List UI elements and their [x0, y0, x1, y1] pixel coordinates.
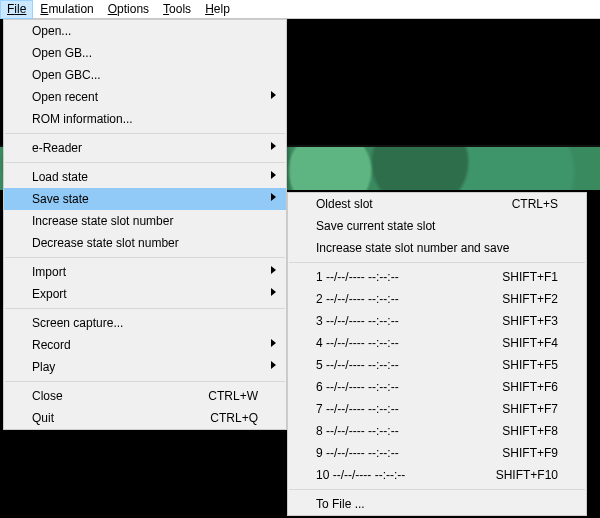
save-slot-7[interactable]: 7 --/--/---- --:--:--SHIFT+F7	[288, 398, 586, 420]
separator	[5, 162, 285, 163]
separator	[289, 262, 585, 263]
file-open-gb[interactable]: Open GB...	[4, 42, 286, 64]
save-slot-1[interactable]: 1 --/--/---- --:--:--SHIFT+F1	[288, 266, 586, 288]
separator	[5, 133, 285, 134]
chevron-right-icon	[271, 171, 276, 179]
slot-label: 7 --/--/---- --:--:--	[316, 402, 486, 416]
slot-shortcut: SHIFT+F1	[502, 270, 558, 284]
save-slot-5[interactable]: 5 --/--/---- --:--:--SHIFT+F5	[288, 354, 586, 376]
slot-label: 4 --/--/---- --:--:--	[316, 336, 486, 350]
slot-label: 10 --/--/---- --:--:--	[316, 468, 480, 482]
separator	[5, 381, 285, 382]
slot-label: 8 --/--/---- --:--:--	[316, 424, 486, 438]
file-open-gbc[interactable]: Open GBC...	[4, 64, 286, 86]
slot-label: 2 --/--/---- --:--:--	[316, 292, 486, 306]
slot-shortcut: SHIFT+F4	[502, 336, 558, 350]
separator	[289, 489, 585, 490]
slot-label: 3 --/--/---- --:--:--	[316, 314, 486, 328]
menu-options[interactable]: Options	[101, 0, 156, 19]
file-decrease-slot[interactable]: Decrease state slot number	[4, 232, 286, 254]
chevron-right-icon	[271, 91, 276, 99]
file-record[interactable]: Record	[4, 334, 286, 356]
save-slot-2[interactable]: 2 --/--/---- --:--:--SHIFT+F2	[288, 288, 586, 310]
file-save-state[interactable]: Save state	[4, 188, 286, 210]
menu-help[interactable]: Help	[198, 0, 237, 19]
save-state-submenu: Oldest slotCTRL+S Save current state slo…	[287, 192, 587, 516]
save-slot-10[interactable]: 10 --/--/---- --:--:--SHIFT+F10	[288, 464, 586, 486]
file-increase-slot[interactable]: Increase state slot number	[4, 210, 286, 232]
menu-emulation[interactable]: Emulation	[33, 0, 100, 19]
file-rom-info[interactable]: ROM information...	[4, 108, 286, 130]
file-close[interactable]: CloseCTRL+W	[4, 385, 286, 407]
separator	[5, 308, 285, 309]
slot-shortcut: SHIFT+F7	[502, 402, 558, 416]
file-export[interactable]: Export	[4, 283, 286, 305]
slot-shortcut: SHIFT+F2	[502, 292, 558, 306]
save-slot-4[interactable]: 4 --/--/---- --:--:--SHIFT+F4	[288, 332, 586, 354]
slot-shortcut: SHIFT+F3	[502, 314, 558, 328]
save-slot-9[interactable]: 9 --/--/---- --:--:--SHIFT+F9	[288, 442, 586, 464]
save-oldest-slot[interactable]: Oldest slotCTRL+S	[288, 193, 586, 215]
file-import[interactable]: Import	[4, 261, 286, 283]
slot-shortcut: SHIFT+F5	[502, 358, 558, 372]
file-quit[interactable]: QuitCTRL+Q	[4, 407, 286, 429]
file-open-recent[interactable]: Open recent	[4, 86, 286, 108]
menubar: File Emulation Options Tools Help	[0, 0, 600, 19]
file-dropdown: Open... Open GB... Open GBC... Open rece…	[3, 19, 287, 430]
slot-shortcut: SHIFT+F9	[502, 446, 558, 460]
file-play[interactable]: Play	[4, 356, 286, 378]
file-load-state[interactable]: Load state	[4, 166, 286, 188]
menu-file[interactable]: File	[0, 0, 33, 19]
save-slot-3[interactable]: 3 --/--/---- --:--:--SHIFT+F3	[288, 310, 586, 332]
chevron-right-icon	[271, 288, 276, 296]
save-increase-and-save[interactable]: Increase state slot number and save	[288, 237, 586, 259]
file-e-reader[interactable]: e-Reader	[4, 137, 286, 159]
slot-label: 9 --/--/---- --:--:--	[316, 446, 486, 460]
chevron-right-icon	[271, 361, 276, 369]
save-to-file[interactable]: To File ...	[288, 493, 586, 515]
save-slot-6[interactable]: 6 --/--/---- --:--:--SHIFT+F6	[288, 376, 586, 398]
slot-shortcut: SHIFT+F10	[496, 468, 558, 482]
save-slot-8[interactable]: 8 --/--/---- --:--:--SHIFT+F8	[288, 420, 586, 442]
slot-label: 5 --/--/---- --:--:--	[316, 358, 486, 372]
chevron-right-icon	[271, 339, 276, 347]
separator	[5, 257, 285, 258]
chevron-right-icon	[271, 142, 276, 150]
slot-shortcut: SHIFT+F6	[502, 380, 558, 394]
chevron-right-icon	[271, 266, 276, 274]
menu-tools[interactable]: Tools	[156, 0, 198, 19]
file-screen-capture[interactable]: Screen capture...	[4, 312, 286, 334]
file-open[interactable]: Open...	[4, 20, 286, 42]
chevron-right-icon	[271, 193, 276, 201]
slot-label: 6 --/--/---- --:--:--	[316, 380, 486, 394]
slot-label: 1 --/--/---- --:--:--	[316, 270, 486, 284]
slot-shortcut: SHIFT+F8	[502, 424, 558, 438]
save-current-slot[interactable]: Save current state slot	[288, 215, 586, 237]
